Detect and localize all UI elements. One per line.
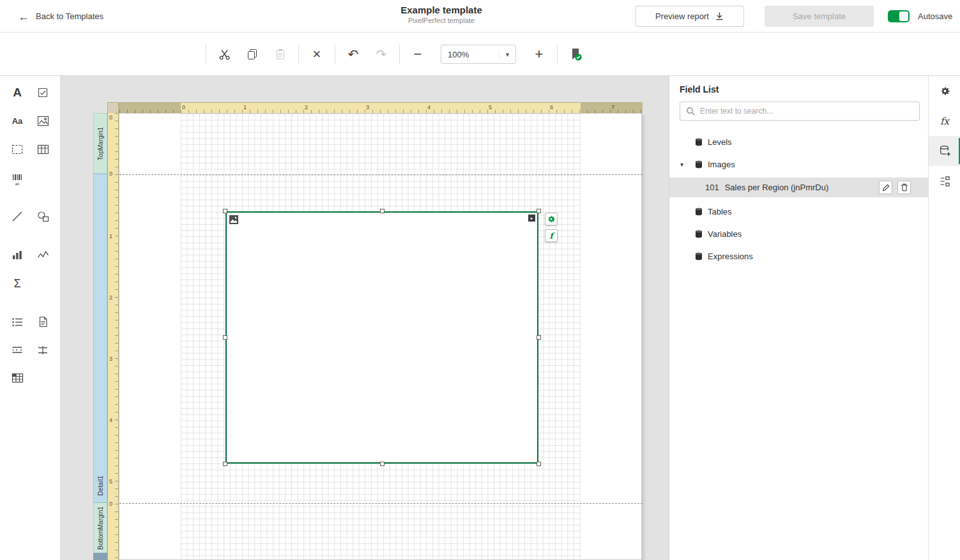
picture-tool[interactable] bbox=[34, 112, 52, 130]
validate-template-button[interactable] bbox=[561, 42, 590, 67]
element-settings-button[interactable] bbox=[545, 213, 558, 225]
vertical-ruler: 0 0 1 2 3 4 5 0 bbox=[107, 113, 119, 560]
label-tool[interactable]: A bbox=[8, 84, 26, 102]
band-header-bottommargin[interactable]: BottomMargin1 bbox=[93, 503, 107, 553]
sparkline-tool[interactable] bbox=[34, 246, 52, 264]
pivot-grid-tool[interactable] bbox=[8, 369, 26, 387]
save-template-button[interactable]: Save template bbox=[765, 6, 874, 27]
resize-handle-middle-right[interactable] bbox=[537, 335, 541, 340]
edit-image-button[interactable] bbox=[879, 181, 892, 194]
report-page[interactable]: ▸ f bbox=[119, 113, 642, 560]
resize-handle-bottom-right[interactable] bbox=[537, 462, 541, 466]
tree-node-expressions[interactable]: Expressions bbox=[669, 246, 928, 266]
tree-node-levels[interactable]: Levels bbox=[669, 132, 928, 151]
search-input[interactable] bbox=[700, 107, 913, 116]
row-actions bbox=[879, 181, 911, 194]
smart-tag-icon[interactable]: ▸ bbox=[528, 215, 535, 222]
zoom-out-icon: − bbox=[414, 46, 422, 63]
ruler-number: 3 bbox=[366, 104, 369, 110]
design-canvas[interactable]: 0 1 2 3 4 5 6 7 0 0 1 2 3 4 5 0 TopMargi… bbox=[61, 76, 669, 560]
formula-icon: f bbox=[549, 231, 553, 241]
sigma-tool[interactable]: Σ bbox=[8, 275, 26, 292]
horizontal-ruler: 0 1 2 3 4 5 6 7 bbox=[119, 102, 642, 114]
autosave-toggle[interactable] bbox=[888, 10, 910, 22]
band-header-stub bbox=[93, 553, 107, 560]
line-tool[interactable] bbox=[8, 208, 26, 225]
band-header-detail[interactable]: Detail1 bbox=[93, 174, 107, 503]
fx-icon: fx bbox=[940, 116, 949, 127]
page-subtitle: PixelPerfect template bbox=[352, 17, 531, 24]
page-info-tool-icon bbox=[38, 316, 48, 328]
back-arrow-icon: ← bbox=[18, 11, 29, 22]
undo-button[interactable]: ↶ bbox=[339, 42, 367, 67]
cut-button[interactable] bbox=[210, 42, 238, 67]
ruler-number: 0 bbox=[109, 501, 112, 507]
ruler-number: 0 bbox=[109, 114, 112, 121]
picture-tool-icon bbox=[37, 116, 49, 126]
template-title-block: Example template PixelPerfect template bbox=[352, 4, 531, 24]
download-icon bbox=[715, 11, 724, 21]
resize-handle-middle-left[interactable] bbox=[223, 335, 227, 340]
expand-arrow-icon[interactable]: ▾ bbox=[680, 161, 683, 168]
resize-handle-top-center[interactable] bbox=[380, 209, 385, 213]
picture-box-element[interactable]: ▸ bbox=[225, 211, 538, 464]
tree-node-image-item[interactable]: 101 Sales per Region (jnPmrDu) bbox=[669, 178, 928, 197]
delete-icon: × bbox=[313, 46, 321, 63]
delete-button[interactable]: × bbox=[303, 42, 331, 67]
formulas-panel-button[interactable]: fx bbox=[929, 106, 960, 136]
barcode-tool-icon bbox=[11, 174, 23, 182]
chevron-down-icon: ▾ bbox=[499, 50, 515, 59]
validate-template-icon bbox=[568, 47, 583, 61]
save-template-label: Save template bbox=[793, 11, 846, 21]
undo-icon: ↶ bbox=[348, 47, 359, 62]
cross-band-tool[interactable] bbox=[34, 341, 52, 359]
shape-tool-icon bbox=[37, 211, 49, 222]
tree-node-variables[interactable]: Variables bbox=[669, 224, 928, 243]
back-button[interactable]: ← Back to Templates bbox=[18, 0, 103, 33]
table-tool[interactable] bbox=[34, 140, 52, 158]
zoom-out-button[interactable]: − bbox=[404, 42, 432, 67]
ruler-number: 7 bbox=[611, 104, 614, 110]
resize-handle-bottom-left[interactable] bbox=[223, 462, 227, 466]
zoom-in-button[interactable]: + bbox=[525, 42, 553, 67]
band-label: TopMargin1 bbox=[97, 126, 104, 160]
ruler-number: 4 bbox=[109, 417, 112, 423]
tree-node-label: Tables bbox=[708, 207, 732, 216]
ruler-number: 3 bbox=[109, 356, 112, 362]
field-list-panel-button[interactable] bbox=[929, 136, 960, 166]
app-header: ← Back to Templates Example template Pix… bbox=[0, 0, 960, 33]
checkbox-tool[interactable] bbox=[34, 84, 52, 102]
resize-handle-top-left[interactable] bbox=[223, 209, 227, 213]
delete-image-button[interactable] bbox=[897, 181, 911, 194]
copy-button[interactable] bbox=[238, 42, 266, 67]
tree-node-images[interactable]: ▾ Images bbox=[669, 155, 928, 174]
shape-tool[interactable] bbox=[34, 208, 52, 225]
band-label: BottomMargin1 bbox=[97, 506, 104, 550]
barcode-tool[interactable]: ab bbox=[8, 169, 26, 186]
resize-handle-bottom-center[interactable] bbox=[380, 462, 385, 466]
database-icon bbox=[695, 230, 703, 238]
page-break-tool[interactable] bbox=[8, 341, 26, 359]
chart-tool[interactable] bbox=[8, 246, 26, 264]
levels-panel-button[interactable] bbox=[929, 166, 960, 196]
list-tool[interactable] bbox=[8, 313, 26, 331]
ruler-number: 4 bbox=[427, 104, 430, 110]
tree-node-tables[interactable]: Tables bbox=[669, 202, 928, 221]
element-formula-button[interactable]: f bbox=[545, 229, 558, 242]
ruler-number: 1 bbox=[243, 104, 247, 110]
page-info-tool[interactable] bbox=[34, 313, 52, 331]
band-header-topmargin[interactable]: TopMargin1 bbox=[93, 113, 107, 174]
settings-panel-button[interactable] bbox=[929, 76, 960, 106]
sigma-tool-icon: Σ bbox=[13, 277, 20, 291]
band-separator-line bbox=[119, 174, 643, 175]
zoom-level-select[interactable]: 100% ▾ bbox=[441, 45, 516, 64]
pixelperfect-editor: ← Back to Templates Example template Pix… bbox=[0, 0, 960, 560]
pivot-grid-tool-icon bbox=[11, 373, 24, 383]
richtext-tool[interactable]: Aa bbox=[8, 112, 26, 130]
paste-button[interactable] bbox=[266, 42, 294, 67]
picture-box-icon bbox=[229, 215, 238, 224]
redo-button[interactable]: ↷ bbox=[367, 42, 395, 67]
preview-report-button[interactable]: Preview report bbox=[636, 6, 744, 27]
resize-handle-top-right[interactable] bbox=[537, 209, 541, 213]
panel-tool[interactable] bbox=[8, 140, 26, 158]
